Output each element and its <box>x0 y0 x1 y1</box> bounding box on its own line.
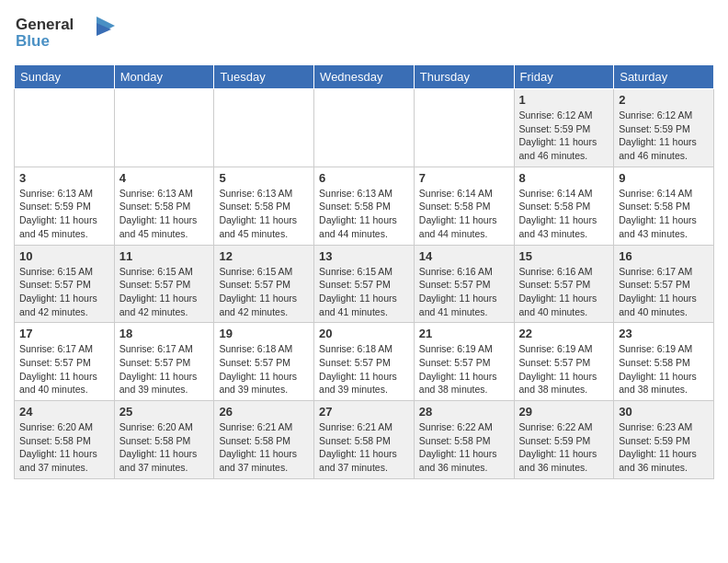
calendar-cell: 6Sunrise: 6:13 AMSunset: 5:58 PMDaylight… <box>314 167 415 245</box>
day-number: 12 <box>219 249 309 263</box>
calendar-cell: 19Sunrise: 6:18 AMSunset: 5:57 PMDayligh… <box>214 323 314 401</box>
calendar-cell: 2Sunrise: 6:12 AMSunset: 5:59 PMDaylight… <box>614 89 714 167</box>
calendar-week-row: 1Sunrise: 6:12 AMSunset: 5:59 PMDaylight… <box>15 89 714 167</box>
calendar-day-header: Thursday <box>414 65 514 89</box>
calendar-cell: 15Sunrise: 6:16 AMSunset: 5:57 PMDayligh… <box>514 245 614 323</box>
day-number: 30 <box>619 405 709 419</box>
calendar-cell: 7Sunrise: 6:14 AMSunset: 5:58 PMDaylight… <box>414 167 514 245</box>
day-info: Sunrise: 6:17 AMSunset: 5:57 PMDaylight:… <box>619 265 709 319</box>
calendar-cell: 16Sunrise: 6:17 AMSunset: 5:57 PMDayligh… <box>614 245 714 323</box>
day-info: Sunrise: 6:12 AMSunset: 5:59 PMDaylight:… <box>519 109 609 163</box>
day-info: Sunrise: 6:20 AMSunset: 5:58 PMDaylight:… <box>19 420 109 475</box>
calendar-cell <box>414 89 514 167</box>
calendar-cell: 11Sunrise: 6:15 AMSunset: 5:57 PMDayligh… <box>114 245 214 323</box>
calendar-cell: 17Sunrise: 6:17 AMSunset: 5:57 PMDayligh… <box>15 323 115 401</box>
day-number: 3 <box>19 171 109 185</box>
day-number: 7 <box>419 171 509 185</box>
day-number: 25 <box>119 405 210 419</box>
day-number: 2 <box>619 93 709 107</box>
day-number: 23 <box>619 327 709 340</box>
calendar-cell: 9Sunrise: 6:14 AMSunset: 5:58 PMDaylight… <box>614 167 714 245</box>
day-number: 16 <box>619 249 709 263</box>
calendar-week-row: 24Sunrise: 6:20 AMSunset: 5:58 PMDayligh… <box>15 401 714 479</box>
day-number: 29 <box>519 405 609 419</box>
day-info: Sunrise: 6:15 AMSunset: 5:57 PMDaylight:… <box>19 265 109 319</box>
day-info: Sunrise: 6:20 AMSunset: 5:58 PMDaylight:… <box>119 420 210 475</box>
calendar-cell: 3Sunrise: 6:13 AMSunset: 5:59 PMDaylight… <box>15 167 115 245</box>
day-info: Sunrise: 6:19 AMSunset: 5:58 PMDaylight:… <box>619 342 709 396</box>
day-info: Sunrise: 6:21 AMSunset: 5:58 PMDaylight:… <box>319 420 409 475</box>
day-info: Sunrise: 6:22 AMSunset: 5:58 PMDaylight:… <box>419 420 509 475</box>
day-number: 28 <box>419 405 509 419</box>
day-info: Sunrise: 6:21 AMSunset: 5:58 PMDaylight:… <box>219 420 309 475</box>
calendar-cell: 10Sunrise: 6:15 AMSunset: 5:57 PMDayligh… <box>15 245 115 323</box>
day-info: Sunrise: 6:19 AMSunset: 5:57 PMDaylight:… <box>519 342 609 396</box>
day-number: 8 <box>519 171 609 185</box>
calendar-day-header: Monday <box>114 65 214 89</box>
day-number: 24 <box>19 405 109 419</box>
calendar-cell <box>15 89 115 167</box>
day-info: Sunrise: 6:15 AMSunset: 5:57 PMDaylight:… <box>119 265 210 319</box>
day-number: 18 <box>119 327 210 340</box>
day-number: 17 <box>19 327 109 340</box>
day-info: Sunrise: 6:19 AMSunset: 5:57 PMDaylight:… <box>419 342 509 396</box>
day-info: Sunrise: 6:23 AMSunset: 5:59 PMDaylight:… <box>619 420 709 475</box>
day-info: Sunrise: 6:13 AMSunset: 5:58 PMDaylight:… <box>319 187 409 241</box>
calendar-day-header: Saturday <box>614 65 714 89</box>
header: General Blue <box>14 9 714 59</box>
calendar-week-row: 17Sunrise: 6:17 AMSunset: 5:57 PMDayligh… <box>15 323 714 401</box>
day-number: 27 <box>319 405 409 419</box>
day-info: Sunrise: 6:12 AMSunset: 5:59 PMDaylight:… <box>619 109 709 163</box>
calendar-cell: 25Sunrise: 6:20 AMSunset: 5:58 PMDayligh… <box>114 401 214 479</box>
day-info: Sunrise: 6:17 AMSunset: 5:57 PMDaylight:… <box>19 342 109 396</box>
calendar-cell: 22Sunrise: 6:19 AMSunset: 5:57 PMDayligh… <box>514 323 614 401</box>
page-container: General Blue SundayMondayTuesdayWednesda… <box>0 0 728 488</box>
day-number: 11 <box>119 249 210 263</box>
day-number: 22 <box>519 327 609 340</box>
calendar-cell: 24Sunrise: 6:20 AMSunset: 5:58 PMDayligh… <box>15 401 115 479</box>
day-info: Sunrise: 6:17 AMSunset: 5:57 PMDaylight:… <box>119 342 210 396</box>
calendar-cell: 28Sunrise: 6:22 AMSunset: 5:58 PMDayligh… <box>414 401 514 479</box>
calendar-day-header: Sunday <box>15 65 115 89</box>
day-number: 13 <box>319 249 409 263</box>
calendar-cell: 20Sunrise: 6:18 AMSunset: 5:57 PMDayligh… <box>314 323 415 401</box>
day-number: 15 <box>519 249 609 263</box>
calendar-week-row: 3Sunrise: 6:13 AMSunset: 5:59 PMDaylight… <box>15 167 714 245</box>
calendar-cell: 30Sunrise: 6:23 AMSunset: 5:59 PMDayligh… <box>614 401 714 479</box>
svg-text:General: General <box>16 16 74 33</box>
day-info: Sunrise: 6:16 AMSunset: 5:57 PMDaylight:… <box>519 265 609 319</box>
day-number: 21 <box>419 327 509 340</box>
day-number: 20 <box>319 327 409 340</box>
day-info: Sunrise: 6:14 AMSunset: 5:58 PMDaylight:… <box>519 187 609 241</box>
calendar-day-header: Friday <box>514 65 614 89</box>
calendar-day-header: Tuesday <box>214 65 314 89</box>
day-info: Sunrise: 6:16 AMSunset: 5:57 PMDaylight:… <box>419 265 509 319</box>
day-info: Sunrise: 6:18 AMSunset: 5:57 PMDaylight:… <box>319 342 409 396</box>
day-info: Sunrise: 6:13 AMSunset: 5:59 PMDaylight:… <box>19 187 109 241</box>
calendar-cell: 26Sunrise: 6:21 AMSunset: 5:58 PMDayligh… <box>214 401 314 479</box>
calendar-cell <box>114 89 214 167</box>
svg-text:Blue: Blue <box>16 32 50 50</box>
calendar-cell: 13Sunrise: 6:15 AMSunset: 5:57 PMDayligh… <box>314 245 415 323</box>
day-info: Sunrise: 6:18 AMSunset: 5:57 PMDaylight:… <box>219 342 309 396</box>
day-number: 4 <box>119 171 210 185</box>
calendar-cell: 18Sunrise: 6:17 AMSunset: 5:57 PMDayligh… <box>114 323 214 401</box>
calendar-cell <box>314 89 415 167</box>
calendar-week-row: 10Sunrise: 6:15 AMSunset: 5:57 PMDayligh… <box>15 245 714 323</box>
day-number: 19 <box>219 327 309 340</box>
day-number: 1 <box>519 93 609 107</box>
calendar-day-header: Wednesday <box>314 65 415 89</box>
day-info: Sunrise: 6:14 AMSunset: 5:58 PMDaylight:… <box>419 187 509 241</box>
day-number: 6 <box>319 171 409 185</box>
day-info: Sunrise: 6:14 AMSunset: 5:58 PMDaylight:… <box>619 187 709 241</box>
day-info: Sunrise: 6:22 AMSunset: 5:59 PMDaylight:… <box>519 420 609 475</box>
calendar-cell: 5Sunrise: 6:13 AMSunset: 5:58 PMDaylight… <box>214 167 314 245</box>
day-info: Sunrise: 6:15 AMSunset: 5:57 PMDaylight:… <box>319 265 409 319</box>
calendar-cell: 29Sunrise: 6:22 AMSunset: 5:59 PMDayligh… <box>514 401 614 479</box>
logo-text: General Blue <box>14 9 124 59</box>
day-number: 10 <box>19 249 109 263</box>
logo: General Blue <box>14 9 124 59</box>
calendar-cell <box>214 89 314 167</box>
calendar-cell: 4Sunrise: 6:13 AMSunset: 5:58 PMDaylight… <box>114 167 214 245</box>
day-number: 9 <box>619 171 709 185</box>
